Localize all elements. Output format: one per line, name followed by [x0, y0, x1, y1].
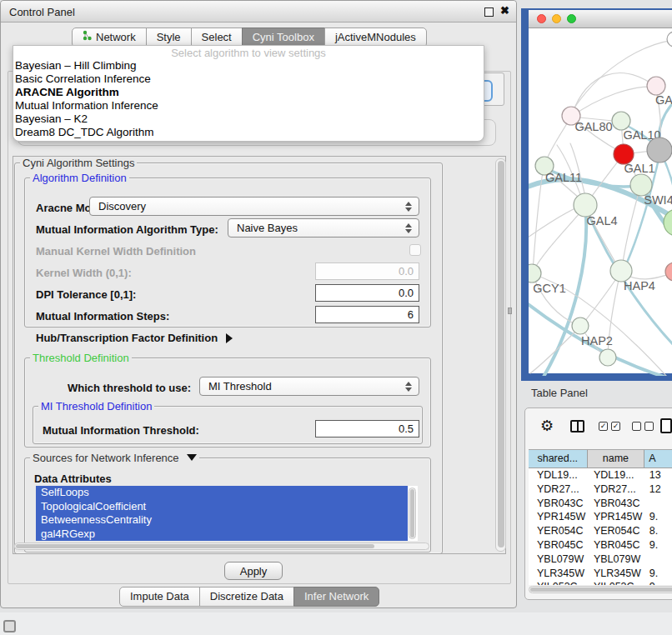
algorithm-option[interactable]: Dream8 DC_TDC Algorithm — [13, 126, 484, 139]
control-panel-titlebar[interactable]: Control Panel ✖ — [1, 1, 516, 22]
attributes-scrollbar[interactable] — [409, 488, 416, 539]
network-node-gal4[interactable] — [574, 193, 597, 217]
table-cell[interactable]: 8. — [645, 524, 672, 538]
network-node[interactable] — [647, 138, 672, 162]
table-cell[interactable]: YBR043C — [588, 497, 645, 511]
table-cell[interactable]: 9 — [645, 580, 672, 585]
mi-type-select[interactable]: Naive Bayes — [228, 218, 419, 238]
deselect-all-checkboxes-icon[interactable] — [632, 422, 654, 431]
data-attribute-item[interactable]: BetweennessCentrality — [36, 513, 408, 528]
table-cell[interactable]: 13 — [645, 468, 672, 482]
mi-steps-field[interactable]: 6 — [315, 306, 419, 323]
table-row[interactable]: YER054CYER054C8. — [529, 524, 672, 538]
tab-impute-data[interactable]: Impute Data — [119, 587, 200, 607]
table-row[interactable]: YDR27...YDR27...12 — [529, 482, 672, 497]
scrollbar-thumb[interactable] — [498, 161, 504, 548]
data-attribute-item[interactable]: SelfLoops — [36, 486, 408, 500]
data-attributes-list[interactable]: SelfLoopsTopologicalCoefficientBetweenne… — [36, 486, 418, 541]
gear-icon[interactable]: ⚙ — [540, 418, 554, 433]
minimized-panel-icon[interactable] — [3, 620, 16, 632]
table-cell[interactable]: YLR345W — [529, 567, 588, 581]
settings-scrollbar[interactable] — [495, 158, 506, 552]
table-cell[interactable] — [645, 552, 672, 567]
algorithm-dropdown-popup: Select algorithm to view settings Bayesi… — [13, 45, 484, 142]
mi-type-value: Naive Bayes — [228, 222, 405, 234]
table-cell[interactable]: YDR27... — [588, 482, 645, 497]
close-traffic-light-icon[interactable] — [537, 14, 546, 23]
table-cell[interactable]: YIL053C — [529, 580, 588, 585]
table-toolbar: ⚙ ✓✓ — [525, 413, 672, 442]
table-row[interactable]: YBR043CYBR043C — [529, 497, 672, 511]
network-node-hap2[interactable] — [572, 318, 589, 334]
apply-button[interactable]: Apply — [224, 562, 283, 580]
tab-discretize-data[interactable]: Discretize Data — [199, 587, 294, 607]
column-header-partial[interactable]: A — [644, 450, 672, 468]
manual-kernel-checkbox[interactable] — [409, 244, 421, 256]
table-cell[interactable]: YER054C — [529, 524, 588, 538]
table-cell[interactable]: YDL19... — [529, 468, 588, 482]
network-node[interactable] — [667, 32, 672, 47]
panel-splitter-handle[interactable] — [508, 308, 512, 314]
table-cell[interactable]: YPR145W — [588, 510, 645, 524]
table-cell[interactable]: 9. — [645, 567, 672, 581]
network-node-gcy1[interactable] — [529, 264, 541, 282]
columns-icon[interactable] — [570, 420, 584, 432]
node-label: SWI4 — [644, 193, 672, 207]
table-cell[interactable]: 9. — [645, 538, 672, 552]
table-row[interactable]: YBL079WYBL079W — [529, 552, 672, 567]
select-all-checkboxes-icon[interactable]: ✓✓ — [599, 422, 620, 431]
new-table-icon[interactable] — [660, 418, 672, 433]
table-cell[interactable]: YBL079W — [588, 552, 645, 567]
hub-definition-toggle[interactable]: Hub/Transcription Factor Definition — [36, 332, 233, 344]
table-row[interactable]: YIL053CYIL053C9 — [529, 580, 672, 585]
table-row[interactable]: YDL19...YDL19...13 — [529, 468, 672, 482]
network-node-y[interactable] — [665, 262, 672, 281]
scrollbar-thumb[interactable] — [530, 588, 672, 592]
kernel-width-field[interactable]: 0.0 — [315, 262, 419, 280]
sources-horizontal-scrollbar[interactable] — [14, 542, 429, 550]
column-header-name[interactable]: name — [588, 450, 645, 468]
data-attribute-item[interactable]: TopologicalCoefficient — [36, 500, 408, 514]
network-node[interactable] — [599, 349, 616, 366]
network-canvas[interactable]: GALGAL80GAL10GAL1GAL11SWI4GAL4HAP4YGCY1H… — [529, 28, 672, 376]
close-icon[interactable]: ✖ — [500, 4, 509, 17]
tab-infer-network[interactable]: Infer Network — [293, 587, 379, 607]
algorithm-option[interactable]: ARACNE Algorithm — [13, 86, 484, 99]
table-cell[interactable]: YPR145W — [529, 510, 588, 524]
algorithm-option[interactable]: Bayesian – K2 — [13, 112, 484, 126]
algorithm-option[interactable]: Mutual Information Inference — [13, 99, 484, 112]
scrollbar-thumb[interactable] — [410, 489, 414, 538]
scrollbar-thumb[interactable] — [16, 544, 374, 548]
network-window-titlebar[interactable] — [529, 10, 672, 28]
table-cell[interactable]: YBL079W — [529, 552, 588, 567]
mi-threshold-field[interactable]: 0.5 — [315, 420, 419, 438]
network-node-gal[interactable] — [647, 77, 665, 95]
minimize-traffic-light-icon[interactable] — [552, 14, 561, 23]
network-node-gal10[interactable] — [612, 112, 630, 130]
table-cell[interactable]: 12 — [645, 482, 672, 497]
column-header-shared-name[interactable]: shared... — [529, 450, 588, 468]
table-row[interactable]: YBR045CYBR045C9. — [529, 538, 672, 552]
algorithm-option[interactable]: Bayesian – Hill Climbing — [13, 59, 484, 72]
dpi-tolerance-field[interactable]: 0.0 — [315, 284, 419, 302]
table-cell[interactable]: YIL053C — [588, 580, 645, 585]
table-horizontal-scrollbar[interactable] — [529, 586, 672, 593]
data-attribute-item[interactable]: gal4RGexp — [36, 528, 408, 542]
which-threshold-select[interactable]: MI Threshold — [199, 377, 419, 396]
aracne-mode-select[interactable]: Discovery — [89, 197, 419, 216]
table-row[interactable]: YPR145WYPR145W9. — [529, 510, 672, 524]
table-cell[interactable]: YLR345W — [588, 567, 645, 581]
table-row[interactable]: YLR345WYLR345W9. — [529, 567, 672, 581]
zoom-traffic-light-icon[interactable] — [567, 14, 576, 23]
table-cell[interactable] — [645, 497, 672, 511]
table-cell[interactable]: 9. — [645, 510, 672, 524]
table-cell[interactable]: YDL19... — [588, 468, 645, 482]
table-cell[interactable]: YDR27... — [529, 482, 588, 497]
table-cell[interactable]: YBR043C — [529, 497, 588, 511]
float-window-icon[interactable] — [484, 8, 494, 17]
table-cell[interactable]: YBR045C — [588, 538, 645, 552]
table-cell[interactable]: YBR045C — [529, 538, 588, 552]
sources-toggle[interactable]: Sources for Network Inference — [30, 452, 199, 464]
algorithm-option[interactable]: Basic Correlation Inference — [13, 72, 484, 86]
table-cell[interactable]: YER054C — [588, 524, 645, 538]
